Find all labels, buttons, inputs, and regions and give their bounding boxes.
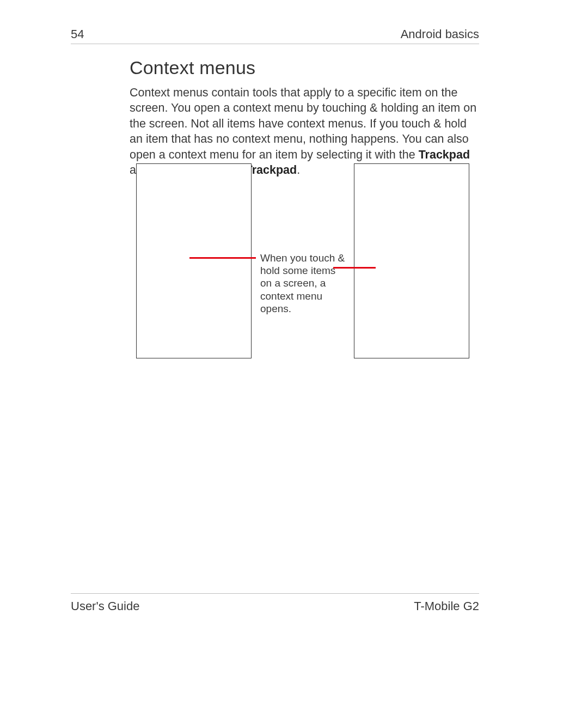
phone-screen-right (354, 163, 469, 358)
footer-divider (71, 593, 479, 594)
page-number: 54 (71, 27, 84, 41)
footer-left: User's Guide (71, 599, 139, 613)
document-page: 54 Android basics Context menus Context … (0, 0, 588, 706)
footer-right: T-Mobile G2 (414, 599, 479, 613)
phone-screen-left (136, 163, 252, 358)
section-heading: Context menus (130, 57, 479, 78)
chapter-title: Android basics (401, 27, 479, 41)
page-footer: User's Guide T-Mobile G2 (71, 593, 479, 613)
callout-leader-left (189, 257, 256, 259)
figure: When you touch & hold some items on a sc… (136, 163, 479, 360)
bold-trackpad-1: Trackpad (419, 148, 470, 161)
figure-callout-text: When you touch & hold some items on a sc… (260, 252, 347, 315)
page-header: 54 Android basics (71, 27, 479, 41)
header-divider (71, 44, 479, 44)
